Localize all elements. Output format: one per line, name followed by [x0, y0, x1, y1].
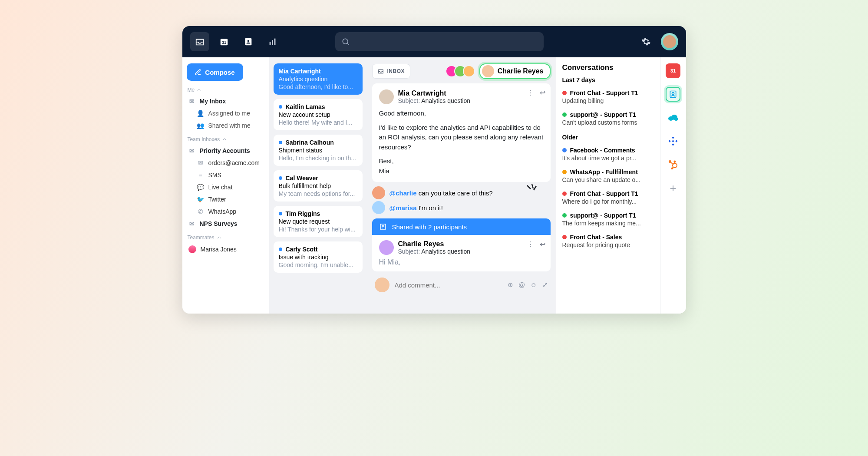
related-conversation[interactable]: Facebook - CommentsIt's about time we go… [562, 143, 654, 165]
related-conversation[interactable]: Front Chat - Support T1Where do I go for… [562, 187, 654, 208]
conversation-card[interactable]: Carly Scott Issue with tracking Good mor… [274, 241, 363, 273]
status-dot [562, 91, 567, 95]
section-me[interactable]: Me [187, 85, 265, 95]
rail-hubspot-icon[interactable] [666, 157, 680, 172]
twitter-icon: 🐦 [197, 196, 204, 203]
rail-jira-icon[interactable] [666, 134, 680, 149]
nav-shared[interactable]: 👥Shared with me [187, 120, 265, 131]
sidebar: Compose Me ✉My Inbox 👤Assigned to me 👥Sh… [182, 57, 269, 314]
nav-analytics-icon[interactable] [263, 32, 282, 51]
subject: New account setup [279, 111, 357, 118]
unread-dot [279, 176, 282, 180]
section-teammates[interactable]: Teammates [187, 233, 265, 242]
chevron-up-icon [222, 137, 227, 142]
subject: Shipment status [279, 147, 357, 154]
unread-dot [279, 212, 282, 215]
preview: It's about time we got a pr... [562, 155, 654, 162]
nav-my-inbox[interactable]: ✉My Inbox [187, 96, 265, 107]
rail-contact-icon[interactable] [666, 87, 680, 102]
related-conversation[interactable]: support@ - Support T1Can't upload custom… [562, 108, 654, 129]
preview: Request for pricing quote [562, 241, 654, 248]
comment-input[interactable] [395, 281, 502, 289]
svg-rect-14 [672, 137, 674, 139]
preview: Can't upload customs forms [562, 119, 654, 126]
user-avatar[interactable] [661, 33, 678, 50]
preview: Hello, I'm checking in on th... [279, 155, 357, 162]
compose-icon [195, 69, 201, 76]
rail-salesforce-icon[interactable] [666, 110, 680, 125]
status-dot [562, 192, 567, 196]
nav-orders-email[interactable]: ✉orders@acme.com [187, 157, 265, 169]
expand-icon[interactable]: ⤢ [542, 281, 548, 289]
section-team[interactable]: Team Inboxes [187, 135, 265, 144]
inbox-pill[interactable]: INBOX [372, 64, 411, 79]
preview: Good afternoon, I'd like to... [279, 83, 357, 90]
nav-calendar-icon[interactable]: 31 [215, 32, 234, 51]
related-conversation[interactable]: Front Chat - SalesRequest for pricing qu… [562, 230, 654, 252]
nav-live-chat[interactable]: 💬Live chat [187, 182, 265, 193]
nav-whatsapp[interactable]: ✆WhatsApp [187, 206, 265, 217]
conversation-card[interactable]: Cal Weaver Bulk fulfillment help My team… [274, 170, 363, 202]
assignee-chip[interactable]: Charlie Reyes [479, 63, 551, 79]
sms-icon: ≡ [197, 172, 204, 178]
add-icon[interactable]: ⊕ [508, 281, 513, 289]
compose-button[interactable]: Compose [187, 63, 243, 81]
preview: Hello there! My wife and I... [279, 119, 357, 126]
nav-sms[interactable]: ≡SMS [187, 169, 265, 181]
more-icon[interactable]: ⋮ [527, 240, 534, 248]
nav-inbox-icon[interactable] [190, 32, 209, 51]
settings-icon[interactable] [637, 32, 656, 51]
mention-icon[interactable]: @ [518, 281, 525, 289]
nav-priority-accounts[interactable]: ✉Priority Accounts [187, 145, 265, 156]
svg-rect-5 [272, 40, 273, 45]
nav-nps[interactable]: ✉NPS Surveys [187, 218, 265, 229]
svg-point-3 [247, 40, 249, 42]
conversation-card[interactable]: Kaitlin Lamas New account setup Hello th… [274, 99, 363, 130]
conversation-card[interactable]: Mia Cartwright Analytics question Good a… [274, 63, 363, 95]
mention[interactable]: @charlie [389, 189, 417, 197]
svg-rect-17 [669, 140, 671, 142]
nav-assigned[interactable]: 👤Assigned to me [187, 108, 265, 119]
subject-line: Subject: Analytics question [398, 248, 471, 255]
reply-icon[interactable]: ↩ [540, 240, 545, 248]
reply-icon[interactable]: ↩ [540, 89, 545, 97]
nav-twitter[interactable]: 🐦Twitter [187, 194, 265, 205]
mention[interactable]: @marisa [389, 204, 417, 211]
sender-name: Tim Riggins [286, 210, 320, 217]
related-conversation[interactable]: WhatsApp - FullfillmentCan you share an … [562, 165, 654, 187]
more-icon[interactable]: ⋮ [527, 89, 534, 97]
svg-rect-16 [672, 143, 674, 145]
draft-text: Hi Mia, [379, 258, 544, 266]
emoji-icon[interactable]: ☺ [530, 281, 537, 289]
svg-point-13 [674, 117, 678, 121]
nav-contacts-icon[interactable] [239, 32, 258, 51]
svg-point-21 [669, 161, 671, 162]
unread-dot [279, 248, 282, 251]
rail-calendar-icon[interactable]: 31 [666, 63, 680, 78]
right-panel: Conversations Last 7 days Front Chat - S… [556, 57, 660, 314]
assignee-name: Charlie Reyes [498, 67, 544, 75]
subject: Issue with tracking [279, 254, 357, 261]
conversation-card[interactable]: Sabrina Calhoun Shipment status Hello, I… [274, 135, 363, 166]
sender-name: Sabrina Calhoun [286, 139, 334, 146]
avatar [372, 201, 385, 214]
nav-teammate-marisa[interactable]: Marisa Jones [187, 243, 265, 255]
search-icon [341, 37, 350, 46]
people-icon: 👥 [197, 122, 204, 129]
status-dot [562, 112, 567, 117]
avatar [463, 65, 475, 77]
related-conversation[interactable]: Front Chat - Support T1Updating billing [562, 86, 654, 108]
main-body: Compose Me ✉My Inbox 👤Assigned to me 👥Sh… [182, 57, 686, 314]
search-input[interactable] [335, 32, 544, 51]
svg-rect-4 [269, 42, 271, 45]
reader-header: INBOX Charlie Reyes [372, 63, 551, 79]
avatar [372, 186, 385, 199]
rail-add-icon[interactable]: + [666, 181, 680, 195]
conversation-card[interactable]: Tim Riggins New quote request Hi! Thanks… [274, 206, 363, 237]
related-conversation[interactable]: support@ - Support T1The form keeps maki… [562, 208, 654, 230]
folder-icon: ✉ [188, 147, 195, 154]
panel-section: Older [562, 134, 654, 141]
preview: Where do I go for monthly... [562, 198, 654, 205]
subject-line: Subject: Analytics question [398, 97, 471, 104]
comment: @charlie can you take care of this? [372, 186, 551, 199]
